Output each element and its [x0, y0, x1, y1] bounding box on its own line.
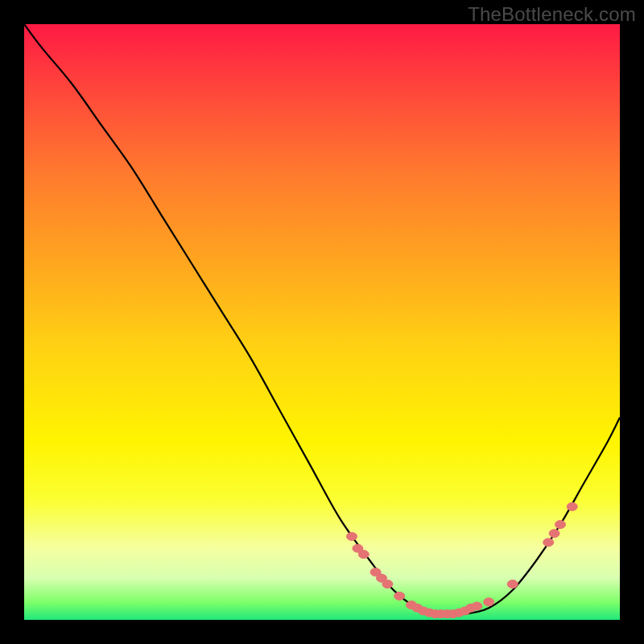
marker-dot: [507, 580, 518, 588]
marker-dot: [358, 551, 369, 559]
marker-dot: [555, 521, 566, 529]
marker-dot: [484, 598, 494, 606]
bottleneck-chart: [24, 24, 620, 620]
marker-group: [347, 502, 578, 617]
marker-dot: [543, 539, 554, 547]
marker-dot: [472, 602, 482, 610]
marker-dot: [394, 592, 405, 600]
watermark-text: TheBottleneck.com: [468, 3, 636, 26]
bottleneck-curve: [24, 24, 620, 615]
marker-dot: [567, 502, 577, 510]
marker-dot: [549, 530, 559, 538]
marker-dot: [382, 580, 393, 588]
marker-dot: [347, 532, 357, 540]
chart-frame: [24, 24, 620, 620]
